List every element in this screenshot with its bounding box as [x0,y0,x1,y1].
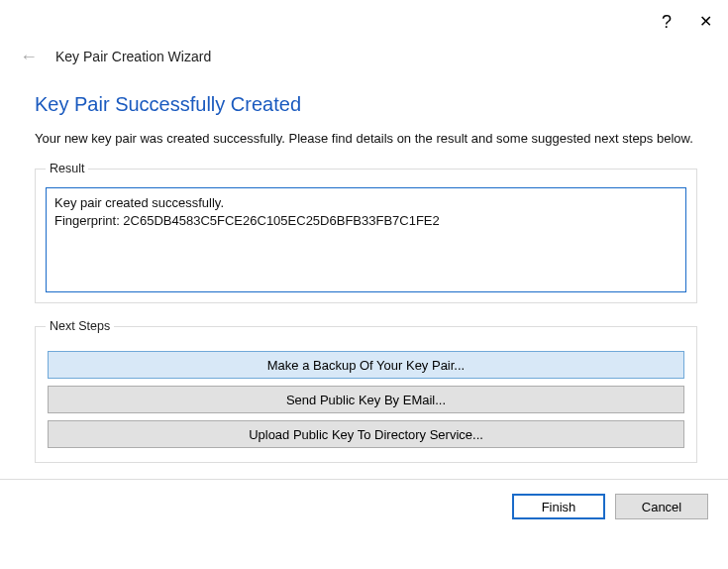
backup-keypair-button[interactable]: Make a Backup Of Your Key Pair... [48,351,684,379]
next-steps-group: Next Steps Make a Backup Of Your Key Pai… [35,319,697,463]
page-description: Your new key pair was created successful… [35,130,697,148]
cancel-button[interactable]: Cancel [615,494,708,519]
next-steps-list: Make a Backup Of Your Key Pair... Send P… [46,345,686,452]
result-group: Result Key pair created successfully. Fi… [35,162,697,303]
finish-button[interactable]: Finish [512,494,605,519]
send-public-key-email-button[interactable]: Send Public Key By EMail... [48,386,684,413]
close-icon[interactable]: ✕ [699,14,712,30]
page-heading: Key Pair Successfully Created [35,93,697,116]
wizard-content: Key Pair Successfully Created Your new k… [0,65,728,463]
wizard-title: Key Pair Creation Wizard [55,49,211,64]
result-legend: Result [46,162,88,175]
upload-public-key-button[interactable]: Upload Public Key To Directory Service..… [48,420,684,448]
help-icon[interactable]: ? [662,12,672,33]
wizard-subheader: ← Key Pair Creation Wizard [0,44,728,65]
result-textbox[interactable]: Key pair created successfully. Fingerpri… [46,187,686,292]
wizard-footer: Finish Cancel [0,480,728,519]
window-titlebar: ? ✕ [0,0,728,44]
back-arrow-icon: ← [20,48,38,65]
next-steps-legend: Next Steps [46,319,114,333]
